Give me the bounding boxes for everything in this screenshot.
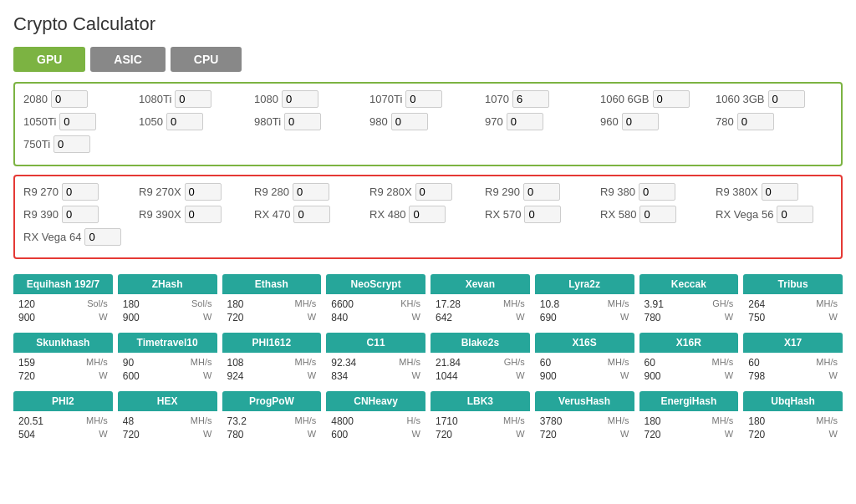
algo-hashrate-row: 108MH/s [227, 356, 317, 369]
gpu-row: 20801080Ti10801070Ti10701060 6GB1060 3GB [23, 90, 833, 109]
gpu-label: RX 480 [369, 208, 405, 221]
algo-name: EnergiHash [639, 391, 739, 411]
gpu-item: 1060 3GB [716, 90, 824, 108]
gpu-quantity-input[interactable] [185, 183, 222, 201]
algo-power-value: 900 [123, 312, 140, 323]
algo-power-unit: W [516, 312, 524, 323]
gpu-quantity-input[interactable] [84, 228, 121, 246]
algo-card: UbqHash180MH/s720W [743, 391, 843, 445]
gpu-label: 1060 3GB [716, 93, 765, 105]
gpu-item: RX Vega 64 [23, 228, 132, 246]
gpu-item: 970 [485, 113, 594, 130]
gpu-item: 2080 [23, 90, 132, 108]
algo-hashrate-unit: GH/s [712, 298, 733, 310]
gpu-quantity-input[interactable] [166, 113, 203, 130]
algo-power-unit: W [99, 370, 107, 382]
algo-hashrate-row: 60MH/s [645, 356, 734, 369]
algo-name: PHI2 [13, 391, 113, 411]
gpu-item: RX 580 [600, 206, 709, 223]
algo-power-row: 840W [331, 311, 420, 324]
gpu-quantity-input[interactable] [62, 206, 99, 223]
gpu-quantity-input[interactable] [62, 183, 99, 201]
algo-card: C1192.34MH/s834W [326, 333, 425, 386]
algo-power-unit: W [620, 370, 629, 382]
gpu-quantity-input[interactable] [175, 90, 211, 108]
gpu-item: RX 470 [254, 206, 363, 223]
gpu-quantity-input[interactable] [524, 206, 561, 223]
algo-power-unit: W [516, 429, 524, 440]
gpu-quantity-input[interactable] [293, 183, 329, 201]
algo-power-unit: W [412, 312, 420, 323]
gpu-quantity-input[interactable] [777, 206, 813, 223]
gpu-quantity-input[interactable] [282, 90, 318, 108]
algo-card: Skunkhash159MH/s720W [13, 333, 113, 386]
gpu-quantity-input[interactable] [512, 90, 549, 108]
gpu-quantity-input[interactable] [409, 206, 446, 223]
gpu-quantity-input[interactable] [59, 113, 96, 130]
gpu-label: RX 470 [254, 208, 290, 221]
algo-hashrate-value: 60 [748, 357, 759, 369]
gpu-quantity-input[interactable] [762, 183, 798, 201]
gpu-quantity-input[interactable] [54, 135, 90, 153]
gpu-quantity-input[interactable] [284, 113, 321, 130]
gpu-label: 1070 [485, 93, 509, 105]
algo-power-row: 504W [18, 428, 108, 441]
algo-body: 120Sol/s900W [13, 294, 113, 328]
algo-name: CNHeavy [326, 391, 425, 411]
gpu-quantity-input[interactable] [622, 113, 659, 130]
gpu-item: R9 270 [23, 183, 132, 201]
algo-name: Lyra2z [535, 274, 634, 294]
algo-body: 4800H/s600W [326, 411, 425, 445]
algo-body: 21.84GH/s1044W [431, 353, 530, 386]
gpu-label: 750Ti [23, 138, 50, 150]
gpu-quantity-input[interactable] [523, 183, 560, 201]
algo-power-value: 924 [227, 370, 244, 382]
gpu-quantity-input[interactable] [415, 183, 452, 201]
gpu-quantity-input[interactable] [405, 90, 442, 108]
algo-hashrate-unit: MH/s [816, 298, 838, 310]
algo-name: X17 [743, 333, 843, 353]
algo-power-unit: W [620, 312, 629, 323]
algo-hashrate-row: 180MH/s [227, 298, 317, 311]
algo-card: PHI220.51MH/s504W [13, 391, 113, 445]
algo-hashrate-value: 90 [123, 357, 134, 369]
gpu-item: 1070 [485, 90, 594, 108]
algo-card: LBK31710MH/s720W [431, 391, 530, 445]
tab-cpu[interactable]: CPU [171, 47, 242, 72]
algo-hashrate-row: 90MH/s [123, 356, 212, 369]
gpu-label: R9 270X [139, 186, 181, 198]
algo-hashrate-row: 73.2MH/s [227, 415, 317, 428]
gpu-quantity-input[interactable] [737, 113, 774, 130]
algo-power-value: 780 [645, 312, 661, 323]
algo-body: 17.28MH/s642W [431, 294, 530, 328]
gpu-quantity-input[interactable] [185, 206, 222, 223]
algo-hashrate-unit: MH/s [86, 357, 108, 369]
algo-name: Equihash 192/7 [13, 274, 113, 294]
gpu-quantity-input[interactable] [507, 113, 543, 130]
gpu-quantity-input[interactable] [639, 183, 675, 201]
gpu-quantity-input[interactable] [51, 90, 88, 108]
gpu-quantity-input[interactable] [653, 90, 690, 108]
tab-asic[interactable]: ASIC [90, 47, 165, 72]
gpu-item: RX 570 [485, 206, 594, 223]
algo-power-unit: W [99, 429, 107, 440]
algo-power-value: 720 [18, 370, 35, 382]
gpu-label: R9 280X [369, 186, 412, 198]
algo-power-row: 1044W [436, 369, 525, 383]
algo-power-unit: W [725, 370, 733, 382]
algo-hashrate-unit: MH/s [608, 357, 629, 369]
algo-hashrate-unit: MH/s [503, 298, 525, 310]
gpu-quantity-input[interactable] [768, 90, 805, 108]
gpu-quantity-input[interactable] [293, 206, 330, 223]
tab-gpu[interactable]: GPU [13, 47, 85, 72]
algo-power-unit: W [308, 370, 316, 382]
algo-power-unit: W [829, 312, 838, 323]
gpu-quantity-input[interactable] [639, 206, 676, 223]
gpu-label: R9 390X [139, 208, 181, 221]
gpu-quantity-input[interactable] [391, 113, 428, 130]
algo-hashrate-unit: MH/s [608, 415, 629, 427]
algo-hashrate-value: 180 [748, 415, 765, 427]
algo-name: X16S [535, 333, 634, 353]
algo-hashrate-value: 60 [540, 357, 551, 369]
gpu-label: 1080 [254, 93, 278, 105]
